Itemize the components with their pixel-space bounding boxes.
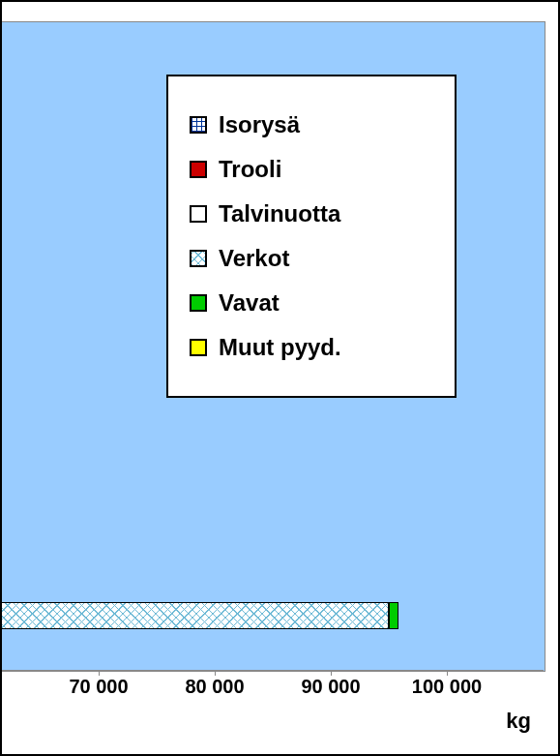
x-tick-label: 100 000 — [412, 676, 482, 698]
legend-label: Muut pyyd. — [219, 334, 341, 361]
legend-item: Muut pyyd. — [190, 334, 433, 361]
legend-item: Trooli — [190, 156, 433, 183]
x-tick-label: 80 000 — [185, 676, 244, 698]
chart-container: 00 70 000 80 000 90 000 100 000 kg Isory… — [0, 0, 560, 756]
legend-item: Isorysä — [190, 111, 433, 138]
legend-item: Vavat — [190, 289, 433, 317]
legend-label: Isorysä — [219, 111, 300, 138]
legend-swatch-talvinuotta — [190, 205, 207, 223]
x-axis-title: kg — [506, 709, 531, 734]
legend-swatch-isorysa — [190, 116, 207, 134]
legend-swatch-trooli — [190, 161, 207, 178]
x-tick-label: 70 000 — [69, 676, 128, 698]
legend-swatch-vavat — [190, 294, 207, 312]
x-axis-ticks: 00 70 000 80 000 90 000 100 000 — [0, 676, 560, 705]
legend-item: Verkot — [190, 245, 433, 272]
x-axis-line — [0, 670, 544, 671]
legend-swatch-muut — [190, 339, 207, 356]
legend-label: Vavat — [219, 289, 280, 317]
legend-label: Verkot — [219, 245, 289, 272]
legend-swatch-verkot — [190, 250, 207, 267]
bar-segment-verkot — [0, 602, 389, 629]
legend-item: Talvinuotta — [190, 200, 433, 227]
legend-label: Trooli — [219, 156, 281, 183]
legend: Isorysä Trooli Talvinuotta Verkot Vavat … — [166, 75, 457, 398]
legend-label: Talvinuotta — [219, 200, 340, 227]
x-tick-label: 90 000 — [301, 676, 360, 698]
bar-segment-vavat — [389, 602, 398, 629]
